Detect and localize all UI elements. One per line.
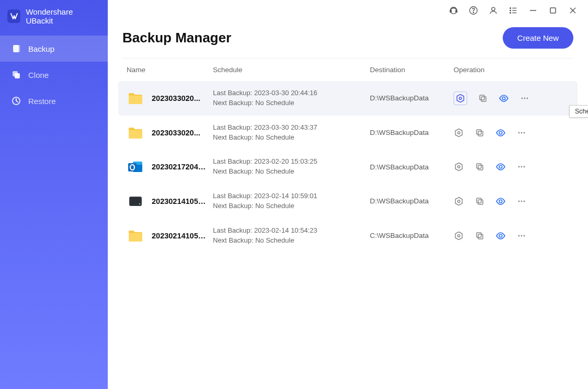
schedule-button[interactable] <box>454 162 464 172</box>
svg-rect-32 <box>478 131 483 136</box>
svg-rect-7 <box>456 10 457 13</box>
svg-rect-18 <box>550 8 556 13</box>
type-icon <box>127 227 144 245</box>
svg-point-25 <box>502 97 505 100</box>
sidebar-item-label: Clone <box>28 71 49 79</box>
table-header: Name Schedule Destination Operation <box>118 59 578 81</box>
restore-icon <box>12 96 21 106</box>
menu-icon[interactable] <box>508 6 518 15</box>
create-new-button[interactable]: Create New <box>503 27 573 49</box>
destination-cell: C:\WSBackupData <box>370 232 454 239</box>
next-backup-label: Next Backup: <box>213 236 253 244</box>
copy-button[interactable] <box>478 93 488 104</box>
svg-rect-1 <box>15 45 20 52</box>
view-button[interactable] <box>495 128 506 138</box>
svg-point-58 <box>518 201 520 202</box>
last-backup-value: 2023-03-30 20:43:37 <box>254 123 318 131</box>
more-button[interactable] <box>516 231 527 241</box>
svg-point-36 <box>524 132 525 133</box>
svg-rect-63 <box>477 233 481 237</box>
more-button[interactable] <box>516 196 527 207</box>
schedule-cell: Last Backup: 2023-03-30 20:43:37 Next Ba… <box>213 123 370 143</box>
type-icon <box>127 192 144 210</box>
last-backup-label: Last Backup: <box>213 123 252 131</box>
destination-cell: D:\WSBackupData <box>370 197 454 205</box>
schedule-cell: Last Backup: 2023-02-14 10:59:01 Next Ba… <box>213 191 370 211</box>
col-schedule: Schedule <box>213 66 370 74</box>
destination-cell: D:\WSBackupData <box>370 94 454 102</box>
table-row[interactable]: 2023033020... Last Backup: 2023-03-30 20… <box>118 81 578 116</box>
view-button[interactable] <box>495 231 506 241</box>
support-icon[interactable] <box>449 6 458 15</box>
table-row[interactable]: 2023021720485554 Last Backup: 2023-02-20… <box>118 150 578 184</box>
svg-rect-64 <box>478 234 483 239</box>
next-backup-label: Next Backup: <box>213 167 253 175</box>
svg-point-45 <box>499 165 502 168</box>
schedule-cell: Last Backup: 2023-03-30 20:44:16 Next Ba… <box>213 88 370 108</box>
more-button[interactable] <box>516 162 527 172</box>
titlebar <box>108 0 588 21</box>
next-backup-label: Next Backup: <box>213 99 253 107</box>
schedule-button[interactable] <box>454 196 464 207</box>
svg-point-68 <box>524 235 525 236</box>
close-icon[interactable] <box>568 6 578 15</box>
sidebar-item-restore[interactable]: Restore <box>0 88 108 114</box>
backup-name: 2023021410590158 <box>152 197 209 205</box>
table-row[interactable]: 2023021410590158 Last Backup: 2023-02-14… <box>118 184 578 219</box>
svg-point-15 <box>510 13 511 14</box>
sidebar-nav: Backup Clone Restore <box>0 36 108 114</box>
last-backup-label: Last Backup: <box>213 226 252 234</box>
view-button[interactable] <box>495 196 506 207</box>
svg-point-62 <box>458 234 460 236</box>
schedule-button[interactable] <box>454 128 464 138</box>
next-backup-value: No Schedule <box>255 133 294 141</box>
schedule-cell: Last Backup: 2023-02-14 10:54:23 Next Ba… <box>213 226 370 246</box>
sidebar-item-backup[interactable]: Backup <box>0 36 108 62</box>
backup-name: 2023033020... <box>152 129 200 137</box>
view-button[interactable] <box>495 162 506 172</box>
sidebar-item-clone[interactable]: Clone <box>0 62 108 88</box>
svg-point-57 <box>499 200 502 203</box>
destination-cell: D:\WSBackupData <box>370 163 454 171</box>
view-button[interactable] <box>499 93 509 104</box>
more-button[interactable] <box>519 93 530 104</box>
schedule-button[interactable] <box>454 91 467 105</box>
operation-cell <box>454 196 569 207</box>
copy-button[interactable] <box>474 128 485 138</box>
svg-rect-43 <box>477 164 481 168</box>
sidebar-item-label: Backup <box>28 44 54 53</box>
svg-marker-41 <box>456 163 462 171</box>
schedule-button[interactable] <box>454 231 464 241</box>
backup-table: Name Schedule Destination Operation 2023… <box>108 59 588 253</box>
help-icon[interactable] <box>469 6 478 15</box>
main-area: Backup Manager Create New Name Schedule … <box>108 0 588 389</box>
col-name: Name <box>127 66 213 74</box>
svg-point-22 <box>459 97 461 99</box>
minimize-icon[interactable] <box>528 6 538 15</box>
svg-point-66 <box>518 235 520 236</box>
svg-marker-61 <box>456 232 462 239</box>
destination-cell: D:\WSBackupData <box>370 129 454 136</box>
svg-rect-6 <box>450 10 451 13</box>
copy-button[interactable] <box>474 196 485 207</box>
user-icon[interactable] <box>489 6 498 15</box>
table-row[interactable]: 2023021410513950 Last Backup: 2023-02-14… <box>118 219 578 253</box>
sidebar: Wondershare UBackit Backup Clone Restore <box>0 0 108 389</box>
copy-button[interactable] <box>474 162 485 172</box>
backup-name: 2023033020... <box>152 94 200 102</box>
next-backup-value: No Schedule <box>255 167 294 175</box>
sidebar-item-label: Restore <box>28 97 56 106</box>
next-backup-label: Next Backup: <box>213 202 253 210</box>
svg-rect-56 <box>478 200 483 204</box>
maximize-icon[interactable] <box>548 6 558 15</box>
schedule-cell: Last Backup: 2023-02-20 15:03:25 Next Ba… <box>213 157 370 177</box>
svg-point-13 <box>510 10 511 11</box>
svg-marker-21 <box>457 94 464 102</box>
table-row[interactable]: 2023033020... Last Backup: 2023-03-30 20… <box>118 116 578 150</box>
more-button[interactable] <box>516 128 527 138</box>
copy-button[interactable] <box>474 231 485 241</box>
next-backup-label: Next Backup: <box>213 133 253 141</box>
svg-point-59 <box>521 201 523 202</box>
svg-point-46 <box>518 166 520 168</box>
svg-point-60 <box>524 201 525 202</box>
